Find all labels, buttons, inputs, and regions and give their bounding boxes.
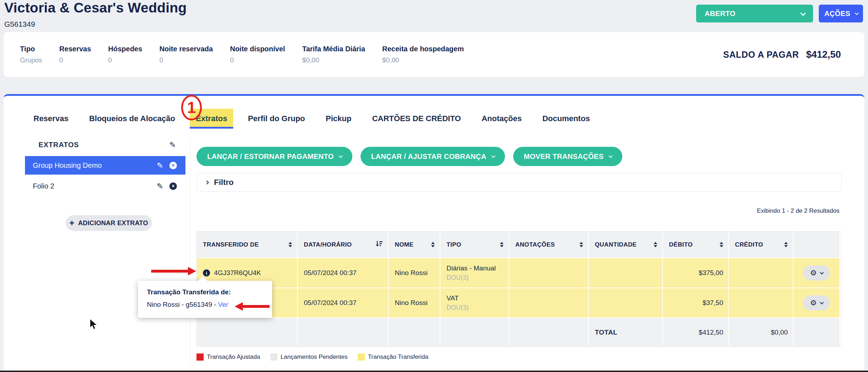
actions-label: AÇÕES	[824, 10, 850, 18]
total-empty-cell	[793, 317, 840, 346]
stat-value: $0,00	[382, 56, 464, 64]
column-label: NOME	[395, 241, 414, 248]
cell-nome: Nino Rossi	[389, 258, 440, 288]
stat-label: Receita de hospedagem	[382, 45, 464, 53]
stat-hospedes: Hóspedes0	[108, 45, 142, 64]
cell-actions: ⚙	[793, 288, 840, 317]
stat-value: $0,00	[302, 56, 365, 64]
cell-quantidade	[589, 288, 663, 317]
cell-credito	[729, 288, 793, 317]
edit-icon[interactable]: ✎	[169, 140, 176, 149]
stat-value: 0	[230, 56, 285, 64]
legend-swatch	[270, 353, 277, 361]
stat-tipo: TipoGrupos	[20, 45, 42, 64]
folio-name: Folio 2	[33, 182, 54, 190]
step-annotation: 1	[181, 95, 202, 120]
gear-icon: ⚙	[810, 269, 817, 277]
transactions-table: TRANSFERIDO DEDATA/HORÁRIONOMETIPOANOTAÇ…	[196, 231, 841, 347]
column-header-data-horario[interactable]: DATA/HORÁRIO	[298, 232, 389, 258]
transfer-tooltip: Transação Transferida de: Nino Rossi - g…	[138, 281, 272, 318]
stat-noite-disponivel: Noite disponível0	[230, 45, 285, 64]
stat-receita-de-hospedagem: Receita de hospedagem$0,00	[382, 45, 464, 64]
total-credito: $0,00	[729, 317, 793, 346]
sort-icon[interactable]	[720, 242, 723, 247]
edit-icon[interactable]: ✎	[157, 161, 163, 170]
row-actions-button[interactable]: ⚙	[803, 295, 830, 310]
cell-tipo: Diárias - ManualDOU(3)	[440, 258, 509, 288]
stat-reservas: Reservas0	[59, 45, 91, 64]
legend-label: Transação Transferida	[368, 353, 428, 361]
info-icon[interactable]: i	[203, 269, 210, 277]
ver-link[interactable]: Ver	[218, 301, 229, 308]
folio-item-group-housing-demo[interactable]: Group Housing Demo✎×	[25, 156, 185, 175]
lancar-ajustar-cobranca-button[interactable]: LANÇAR / AJUSTAR COBRANÇA	[361, 147, 505, 166]
main-panel: ReservasBloqueios de AlocaçãoExtratosPer…	[4, 94, 864, 372]
column-header-quantidade[interactable]: QUANTIDADE	[589, 232, 663, 258]
tab-bloqueios-de-alocacao[interactable]: Bloqueios de Alocação	[83, 109, 181, 129]
stat-label: Noite disponível	[230, 45, 285, 53]
legend-swatch	[196, 353, 204, 361]
tab-reservas[interactable]: Reservas	[27, 109, 75, 129]
lancar-estornar-pagamento-button[interactable]: LANÇAR / ESTORNAR PAGAMENTO	[196, 147, 352, 166]
folio-item-folio-2[interactable]: Folio 2✎×	[25, 177, 185, 195]
column-header-tipo[interactable]: TIPO	[440, 232, 509, 258]
total-empty-cell	[509, 317, 589, 346]
row-actions-button[interactable]: ⚙	[803, 265, 830, 280]
remove-icon[interactable]: ×	[169, 162, 177, 169]
legend-item-transacao-transferida: Transação Transferida	[358, 353, 428, 361]
stat-label: Tarifa Média Diária	[302, 45, 365, 53]
column-header-debito[interactable]: DÉBITO	[663, 232, 729, 258]
folio-list: Group Housing Demo✎×Folio 2✎×	[25, 156, 185, 195]
remove-icon[interactable]: ×	[169, 182, 177, 190]
status-label: ABERTO	[705, 10, 735, 18]
group-code: G561349	[4, 20, 35, 29]
transaction-toolbar: LANÇAR / ESTORNAR PAGAMENTOLANÇAR / AJUS…	[196, 147, 622, 166]
status-dropdown[interactable]: ABERTO	[696, 5, 813, 22]
tipo-label: VAT	[446, 294, 459, 302]
annotation-arrow-left-icon	[235, 302, 270, 311]
button-label: MOVER TRANSAÇÕES	[524, 153, 604, 161]
mover-transacoes-button[interactable]: MOVER TRANSAÇÕES	[513, 147, 622, 166]
sort-icon[interactable]	[431, 242, 435, 247]
column-header-nome[interactable]: NOME	[389, 232, 440, 258]
total-debito: $412,50	[663, 317, 729, 346]
filter-panel[interactable]: Filtro	[196, 173, 842, 192]
window-bottom-edge	[0, 371, 868, 372]
cell-data-horario: 05/07/2024 00:37	[298, 258, 389, 288]
sidebar-divider	[190, 137, 190, 367]
folio-name: Group Housing Demo	[33, 161, 102, 170]
column-label: TRANSFERIDO DE	[203, 241, 259, 248]
sort-icon[interactable]	[500, 242, 504, 247]
total-label: TOTAL	[589, 317, 663, 346]
sort-descending-icon[interactable]	[375, 240, 383, 249]
results-count: Exibindo 1 - 2 de 2 Resultados	[757, 207, 839, 215]
balance-due: SALDO A PAGAR $412,50	[723, 49, 841, 60]
cell-debito: $37,50	[663, 288, 729, 317]
stat-value: 0	[59, 56, 91, 64]
actions-dropdown-button[interactable]: AÇÕES	[819, 5, 863, 22]
sort-icon[interactable]	[654, 242, 657, 247]
sort-icon[interactable]	[784, 242, 788, 247]
column-header-anotacoes[interactable]: ANOTAÇÕES	[509, 232, 589, 258]
stat-value: 0	[108, 56, 142, 64]
folio-content: LANÇAR / ESTORNAR PAGAMENTOLANÇAR / AJUS…	[196, 96, 842, 372]
column-header-transferido-de[interactable]: TRANSFERIDO DE	[197, 232, 298, 258]
column-label: ANOTAÇÕES	[515, 241, 555, 248]
legend-label: Transação Ajustada	[207, 353, 260, 361]
sort-icon[interactable]	[289, 242, 292, 247]
add-folio-button[interactable]: + ADICIONAR EXTRATO	[66, 215, 152, 231]
edit-icon[interactable]: ✎	[157, 182, 163, 191]
chevron-down-icon	[800, 10, 806, 16]
sort-icon[interactable]	[579, 242, 583, 247]
column-label: DÉBITO	[669, 241, 693, 248]
chevron-down-icon	[339, 154, 343, 158]
stats-list: TipoGruposReservas0Hóspedes0Noite reserv…	[20, 45, 723, 64]
column-header-credito[interactable]: CRÉDITO	[729, 232, 793, 258]
chevron-down-icon	[820, 300, 824, 304]
summary-bar: TipoGruposReservas0Hóspedes0Noite reserv…	[4, 32, 864, 77]
tipo-detail: DOU(3)	[446, 304, 469, 311]
cell-anotacoes	[509, 258, 589, 288]
column-label: CRÉDITO	[735, 241, 763, 248]
chevron-down-icon	[820, 270, 824, 274]
add-folio-label: ADICIONAR EXTRATO	[78, 219, 148, 227]
